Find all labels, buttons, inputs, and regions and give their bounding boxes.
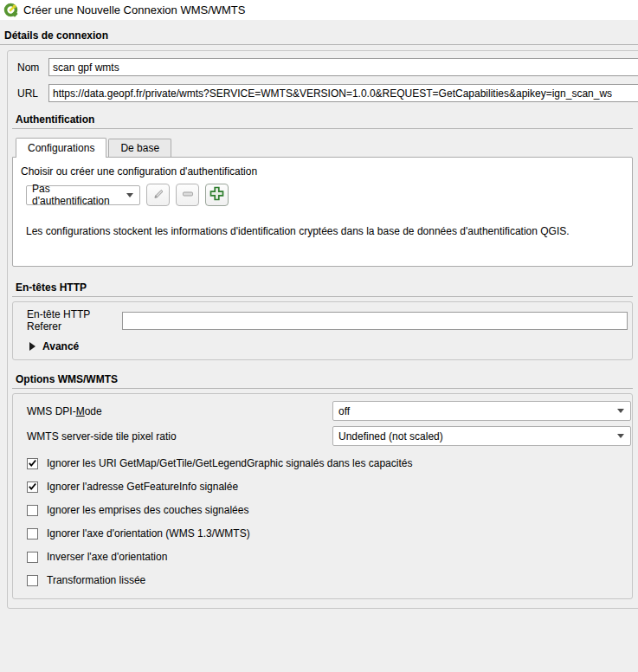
remove-auth-button[interactable] (176, 184, 199, 206)
edit-auth-button[interactable] (146, 184, 170, 206)
url-field-row: URL (17, 84, 638, 102)
pencil-icon (151, 187, 165, 204)
dpi-mode-value: off (338, 405, 350, 417)
checkbox-label: Transformation lissée (47, 574, 145, 586)
auth-tabs: ConfigurationsDe base (16, 138, 633, 157)
chevron-down-icon (617, 434, 624, 438)
checkbox-label: Ignorer l'adresse GetFeatureInfo signalé… (47, 481, 238, 493)
checkbox-label: Ignorer l'axe d'orientation (WMS 1.3/WMT… (47, 527, 250, 540)
checkbox-label: Ignorer les emprises des couches signalé… (47, 504, 248, 516)
checkbox-unchecked[interactable] (27, 528, 38, 540)
chevron-down-icon (617, 409, 624, 413)
tile-ratio-select[interactable]: Undefined (not scaled) (332, 426, 631, 446)
dpi-mode-select[interactable]: off (332, 401, 631, 421)
tile-ratio-value: Undefined (not scaled) (338, 430, 443, 443)
checkbox-row[interactable]: Ignorer les URI GetMap/GetTile/GetLegend… (27, 457, 632, 469)
name-label: Nom (17, 61, 48, 74)
referer-label: En-tête HTTP Referer (27, 308, 122, 333)
url-label: URL (17, 87, 48, 100)
tile-ratio-label: WMTS server-side tile pixel ratio (27, 430, 332, 443)
auth-description: Les configurations stockent les informat… (26, 225, 623, 237)
checkbox-row[interactable]: Ignorer l'axe d'orientation (WMS 1.3/WMT… (27, 527, 632, 540)
auth-config-value: Pas d'authentification (32, 183, 126, 207)
checkbox-unchecked[interactable] (27, 552, 38, 563)
http-headers-frame: En-tête HTTP Referer Avancé (12, 301, 633, 360)
tab-label: Configurations (28, 142, 94, 154)
tab-de-base[interactable]: De base (108, 139, 171, 157)
checkbox-checked[interactable] (27, 458, 38, 469)
choose-auth-label: Choisir ou créer une configuration d'aut… (21, 165, 623, 178)
name-input[interactable] (48, 58, 638, 76)
connection-details-frame: Nom URL Authentification ConfigurationsD… (7, 50, 638, 609)
referer-row: En-tête HTTP Referer (27, 308, 628, 333)
window-titlebar: Créer une Nouvelle Connexion WMS/WMTS (0, 0, 638, 20)
checkbox-checked[interactable] (27, 481, 38, 493)
advanced-label: Avancé (42, 340, 79, 352)
checkbox-unchecked[interactable] (27, 575, 38, 586)
window-title: Créer une Nouvelle Connexion WMS/WMTS (23, 3, 245, 16)
advanced-expander[interactable]: Avancé (29, 340, 632, 352)
wms-options-frame: WMS DPI-Mode off WMTS server-side tile p… (12, 393, 633, 599)
http-headers-section: En-têtes HTTP En-tête HTTP Referer Avanc… (12, 279, 633, 360)
checkbox-row[interactable]: Transformation lissée (27, 574, 632, 586)
triangle-right-icon (29, 342, 35, 351)
authentication-title: Authentification (12, 111, 633, 129)
referer-input[interactable] (122, 312, 628, 330)
add-auth-button[interactable] (205, 184, 229, 206)
connection-details-title: Détails de connexion (0, 27, 638, 45)
tile-ratio-row: WMTS server-side tile pixel ratio Undefi… (13, 421, 632, 446)
tab-configurations[interactable]: Configurations (16, 138, 106, 158)
checkbox-row[interactable]: Inverser l'axe d'orientation (27, 551, 632, 563)
checkbox-row[interactable]: Ignorer les emprises des couches signalé… (27, 504, 632, 516)
wms-checkbox-list: Ignorer les URI GetMap/GetTile/GetLegend… (13, 457, 632, 586)
plus-icon (209, 186, 224, 204)
auth-tab-pane: Choisir ou créer une configuration d'aut… (12, 157, 633, 267)
wms-options-title: Options WMS/WMTS (12, 371, 633, 389)
dpi-mode-row: WMS DPI-Mode off (13, 394, 632, 421)
tab-label: De base (120, 142, 159, 154)
name-field-row: Nom (17, 58, 638, 76)
authentication-section: Authentification ConfigurationsDe base C… (12, 111, 633, 267)
auth-tool-row: Pas d'authentification (20, 184, 623, 206)
auth-config-select[interactable]: Pas d'authentification (26, 185, 140, 205)
checkbox-label: Inverser l'axe d'orientation (47, 551, 167, 563)
dpi-mode-label: WMS DPI-Mode (27, 405, 332, 417)
minus-icon (181, 187, 195, 204)
http-headers-title: En-têtes HTTP (12, 279, 633, 297)
wms-options-section: Options WMS/WMTS WMS DPI-Mode off WMTS s… (12, 371, 633, 599)
qgis-logo-icon (3, 3, 18, 17)
checkbox-unchecked[interactable] (27, 505, 38, 516)
connection-details-section: Détails de connexion Nom URL Authentific… (0, 27, 638, 609)
checkbox-label: Ignorer les URI GetMap/GetTile/GetLegend… (47, 457, 412, 469)
url-input[interactable] (48, 84, 638, 102)
checkbox-row[interactable]: Ignorer l'adresse GetFeatureInfo signalé… (27, 481, 632, 493)
chevron-down-icon (126, 193, 133, 197)
